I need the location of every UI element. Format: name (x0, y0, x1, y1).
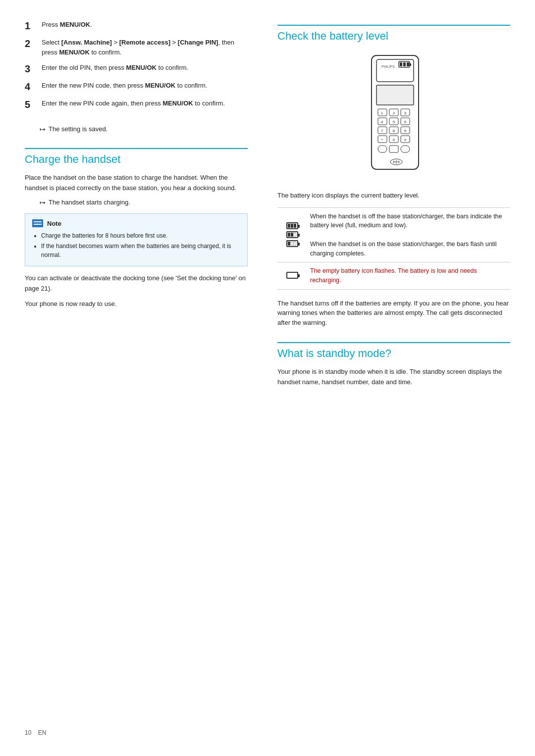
bar3 (294, 224, 296, 228)
page-footer: 10 EN (25, 729, 46, 736)
bar2-empty (291, 242, 293, 246)
svg-text:3: 3 (404, 111, 407, 115)
phone-svg: PHILIPS 1 2 3 4 5 6 (344, 50, 443, 179)
battery-empty-cell (277, 262, 307, 290)
step-num-1: 1 (25, 20, 39, 32)
battery-row-1: When the handset is off the base station… (277, 207, 510, 262)
svg-text:2: 2 (393, 111, 395, 115)
page-language: EN (38, 729, 47, 736)
svg-text:1: 1 (381, 111, 383, 115)
note-icon (32, 219, 43, 227)
charge-body1: Place the handset on the base station to… (25, 173, 248, 194)
step-5: 5 Enter the new PIN code again, then pre… (25, 99, 248, 110)
step-num-5: 5 (25, 99, 39, 110)
step-text-4: Enter the new PIN code, then press MENU/… (42, 81, 248, 91)
step-4: 4 Enter the new PIN code, then press MEN… (25, 81, 248, 93)
svg-rect-3 (410, 63, 411, 66)
right-column: Check the battery level PHILIPS (277, 20, 510, 393)
bar1 (288, 233, 290, 237)
charge-body3: Your phone is now ready to use. (25, 299, 248, 309)
battery-icons (280, 222, 304, 247)
step-list: 1 Press MENU/OK. 2 Select [Answ. Machine… (25, 20, 248, 110)
svg-text:7: 7 (381, 129, 383, 133)
step-num-2: 2 (25, 38, 39, 50)
svg-text:4: 4 (381, 120, 383, 124)
note-box: Note Charge the batteries for 8 hours be… (25, 213, 248, 267)
standby-heading: What is standby mode? (277, 342, 510, 360)
svg-rect-34 (389, 146, 398, 152)
battery-row-2: The empty battery icon flashes. The batt… (277, 262, 510, 290)
charge-heading: Charge the handset (25, 148, 248, 166)
step-num-4: 4 (25, 81, 39, 93)
battery-row1-desc: When the handset is off the base station… (307, 207, 510, 262)
step-text-1: Press MENU/OK. (42, 20, 248, 30)
battery-icons-cell (277, 207, 307, 262)
svg-text:#: # (404, 138, 407, 142)
bar2 (291, 233, 293, 237)
svg-rect-8 (376, 85, 414, 105)
svg-text:9: 9 (404, 129, 407, 133)
charge-body2: You can activate or deactivate the docki… (25, 273, 248, 294)
svg-text:*: * (381, 138, 382, 142)
svg-rect-6 (407, 62, 409, 66)
battery-heading: Check the battery level (277, 25, 510, 43)
svg-rect-35 (401, 146, 410, 152)
note-header: Note (32, 219, 240, 229)
bar1 (288, 224, 290, 228)
svg-rect-4 (400, 62, 402, 66)
step-1: 1 Press MENU/OK. (25, 20, 248, 32)
step-num-3: 3 (25, 63, 39, 75)
bar3-empty (294, 233, 296, 237)
step-3: 3 Enter the old PIN, then press MENU/OK … (25, 63, 248, 75)
step-text-3: Enter the old PIN, then press MENU/OK to… (42, 63, 248, 73)
battery-warning: The handset turns off if the batteries a… (277, 299, 510, 328)
svg-text:PHILIPS: PHILIPS (381, 65, 395, 68)
step-text-5: Enter the new PIN code again, then press… (42, 99, 248, 108)
charge-section: Charge the handset Place the handset on … (25, 148, 248, 309)
note-item-2: If the handset becomes warm when the bat… (41, 242, 240, 259)
step-2: 2 Select [Answ. Machine] > [Remote acces… (25, 38, 248, 57)
bar1 (288, 242, 290, 246)
charge-result: The handset starts charging. (40, 199, 248, 206)
note-item-1: Charge the batteries for 8 hours before … (41, 231, 240, 240)
svg-rect-33 (378, 146, 387, 152)
battery-table: When the handset is off the base station… (277, 207, 510, 290)
standby-body: Your phone is in standby mode when it is… (277, 367, 510, 388)
phone-illustration: PHILIPS 1 2 3 4 5 6 (277, 50, 510, 181)
bar2 (291, 224, 293, 228)
battery-icon-empty (286, 272, 298, 279)
svg-rect-5 (403, 62, 406, 66)
battery-icon-low (286, 240, 298, 247)
step-text-2: Select [Answ. Machine] > [Remote access]… (42, 38, 248, 57)
left-column: 1 Press MENU/OK. 2 Select [Answ. Machine… (25, 20, 258, 393)
svg-text:5: 5 (393, 120, 395, 124)
standby-section: What is standby mode? Your phone is in s… (277, 342, 510, 388)
svg-text:0: 0 (393, 138, 395, 142)
battery-row2-desc: The empty battery icon flashes. The batt… (307, 262, 510, 290)
note-title: Note (47, 219, 61, 229)
page-number: 10 (25, 729, 31, 736)
note-list: Charge the batteries for 8 hours before … (32, 231, 240, 259)
battery-desc: The battery icon displays the current ba… (277, 191, 510, 201)
svg-text:6: 6 (404, 120, 407, 124)
battery-icon-full (286, 222, 298, 229)
page-layout: 1 Press MENU/OK. 2 Select [Answ. Machine… (25, 20, 510, 393)
battery-icon-medium (286, 231, 298, 238)
step5-result: The setting is saved. (40, 125, 248, 133)
svg-text:8: 8 (393, 129, 395, 133)
bar3-empty (294, 242, 296, 246)
